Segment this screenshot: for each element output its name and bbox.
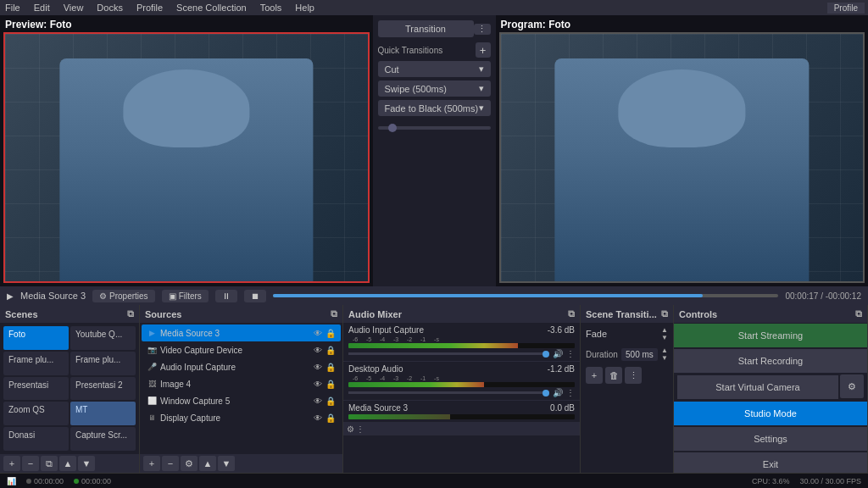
source-add-button[interactable]: + <box>143 456 160 471</box>
trans-add-button[interactable]: + <box>586 367 603 384</box>
virtual-camera-settings-button[interactable]: ⚙ <box>840 374 864 398</box>
pause-button[interactable]: ⏸ <box>215 290 237 302</box>
progress-fill <box>273 294 703 297</box>
fade-black-chevron: ▾ <box>479 103 484 114</box>
menu-file[interactable]: File <box>3 3 22 13</box>
trans-remove-button[interactable]: 🗑 <box>605 367 622 384</box>
filters-button[interactable]: ▣ Filters <box>162 290 209 302</box>
audio-footer-dots[interactable]: ⋮ <box>356 424 364 434</box>
source-move-down-button[interactable]: ▼ <box>218 456 235 471</box>
quick-transitions-add-button[interactable]: + <box>476 42 491 58</box>
properties-label: Properties <box>109 291 148 301</box>
main-area: Preview: Foto Transition ⋮ <box>0 15 868 473</box>
exit-button[interactable]: Exit <box>674 452 867 473</box>
source-media-eye[interactable]: 👁 <box>314 329 322 338</box>
source-item-media[interactable]: ▶ Media Source 3 👁 🔒 <box>142 324 341 341</box>
scenes-panel-icon[interactable]: ⧉ <box>127 308 134 319</box>
scene-item-youtube[interactable]: Youtube Q... <box>70 326 136 350</box>
source-audio-lock[interactable]: 🔒 <box>326 363 336 372</box>
audio-item-media-header: Media Source 3 0.0 dB <box>348 403 575 413</box>
source-item-image[interactable]: 🖼 Image 4 👁 🔒 <box>142 375 341 392</box>
scene-item-zoomqs[interactable]: Zoom QS <box>3 402 69 425</box>
fade-type-label: Fade <box>586 329 607 339</box>
duration-row: Duration 500 ms ▲ ▼ <box>581 345 673 363</box>
source-remove-button[interactable]: − <box>162 456 179 471</box>
menu-view[interactable]: View <box>62 3 86 13</box>
menu-edit[interactable]: Edit <box>32 3 52 13</box>
swipe-dropdown[interactable]: Swipe (500ms) ▾ <box>378 80 491 97</box>
source-video-lock[interactable]: 🔒 <box>326 346 336 355</box>
menu-docks[interactable]: Docks <box>95 3 125 13</box>
fade-black-dropdown[interactable]: Fade to Black (500ms) ▾ <box>378 100 491 116</box>
start-streaming-button[interactable]: Start Streaming <box>674 324 867 347</box>
menu-scene-collection[interactable]: Scene Collection <box>175 3 248 13</box>
cut-dropdown[interactable]: Cut ▾ <box>378 61 491 77</box>
source-video-eye[interactable]: 👁 <box>314 346 322 355</box>
audio-input-dots[interactable]: ⋮ <box>566 349 575 358</box>
start-recording-button[interactable]: Start Recording <box>674 349 867 373</box>
play-button[interactable]: ▶ <box>7 291 14 301</box>
duration-spinner[interactable]: ▲ ▼ <box>661 347 668 362</box>
source-item-display[interactable]: 🖥 Display Capture 👁 🔒 <box>142 409 341 426</box>
studio-mode-button[interactable]: Studio Mode <box>674 402 867 425</box>
audio-mixer-header: Audio Mixer ⧉ <box>343 305 580 323</box>
source-item-audio[interactable]: 🎤 Audio Input Capture 👁 🔒 <box>142 358 341 375</box>
sources-panel-icon[interactable]: ⧉ <box>331 308 337 319</box>
profile-badge: Profile <box>827 3 865 14</box>
source-media-lock[interactable]: 🔒 <box>326 329 336 338</box>
scene-item-frame1[interactable]: Frame plu... <box>3 352 69 375</box>
trans-dots-button[interactable]: ⋮ <box>625 367 642 384</box>
scene-item-capture[interactable]: Capture Scr... <box>70 427 136 451</box>
scene-item-donasi[interactable]: Donasi <box>3 427 69 451</box>
scene-add-button[interactable]: + <box>3 456 20 471</box>
scene-move-up-button[interactable]: ▲ <box>59 456 76 471</box>
source-display-eye[interactable]: 👁 <box>314 413 322 423</box>
source-image-eye[interactable]: 👁 <box>314 380 322 389</box>
source-display-lock[interactable]: 🔒 <box>326 413 336 423</box>
scene-item-mt[interactable]: MT <box>70 402 136 425</box>
source-item-video[interactable]: 📷 Video Capture Device 👁 🔒 <box>142 341 341 358</box>
audio-media-db: 0.0 dB <box>550 403 575 413</box>
source-move-up-button[interactable]: ▲ <box>199 456 216 471</box>
scene-duplicate-button[interactable]: ⧉ <box>41 456 58 471</box>
cut-chevron: ▾ <box>479 64 484 75</box>
audio-desktop-volume-slider[interactable] <box>348 391 549 394</box>
menubar: File Edit View Docks Profile Scene Colle… <box>0 0 868 15</box>
source-window-lock[interactable]: 🔒 <box>326 396 336 406</box>
scene-move-down-button[interactable]: ▼ <box>78 456 95 471</box>
audio-input-meter <box>348 343 575 348</box>
settings-button[interactable]: Settings <box>674 427 867 451</box>
scene-item-presentasi2[interactable]: Presentasi 2 <box>70 377 136 401</box>
source-settings-button[interactable]: ⚙ <box>181 456 198 471</box>
audio-desktop-mute-icon[interactable]: 🔊 <box>553 388 563 397</box>
transition-dots-button[interactable]: ⋮ <box>474 24 491 35</box>
source-item-window[interactable]: ⬜ Window Capture 5 👁 🔒 <box>142 392 341 409</box>
properties-button[interactable]: ⚙ Properties <box>92 290 155 302</box>
scene-item-presentasi1[interactable]: Presentasi <box>3 377 69 401</box>
fade-type-spinner[interactable]: ▲ ▼ <box>661 326 668 341</box>
audio-settings-icon[interactable]: ⚙ <box>347 424 354 434</box>
source-audio-eye[interactable]: 👁 <box>314 363 322 372</box>
scene-remove-button[interactable]: − <box>22 456 39 471</box>
audio-desktop-dots[interactable]: ⋮ <box>566 388 575 397</box>
menu-help[interactable]: Help <box>293 3 316 13</box>
preview-section: Preview: Foto <box>0 15 373 286</box>
source-window-eye[interactable]: 👁 <box>314 396 322 406</box>
menu-tools[interactable]: Tools <box>259 3 284 13</box>
audio-input-mute-icon[interactable]: 🔊 <box>553 349 563 358</box>
preview-label: Preview: Foto <box>3 19 370 30</box>
controls-panel-icon[interactable]: ⧉ <box>855 308 862 319</box>
menu-profile[interactable]: Profile <box>135 3 164 13</box>
progress-bar[interactable] <box>273 294 779 297</box>
transition-slider[interactable] <box>378 126 491 130</box>
start-virtual-camera-button[interactable]: Start Virtual Camera <box>677 375 838 399</box>
transition-button[interactable]: Transition <box>378 20 474 37</box>
scene-item-frame2[interactable]: Frame plu... <box>70 352 136 375</box>
audio-input-volume-slider[interactable] <box>348 352 549 355</box>
source-image-lock[interactable]: 🔒 <box>326 380 336 389</box>
fade-row: Fade ▲ ▼ <box>581 323 673 345</box>
scene-transitions-icon[interactable]: ⧉ <box>661 308 668 319</box>
audio-mixer-icon[interactable]: ⧉ <box>568 308 575 319</box>
scene-item-foto[interactable]: Foto <box>3 326 69 350</box>
stop-button[interactable]: ⏹ <box>244 290 266 302</box>
